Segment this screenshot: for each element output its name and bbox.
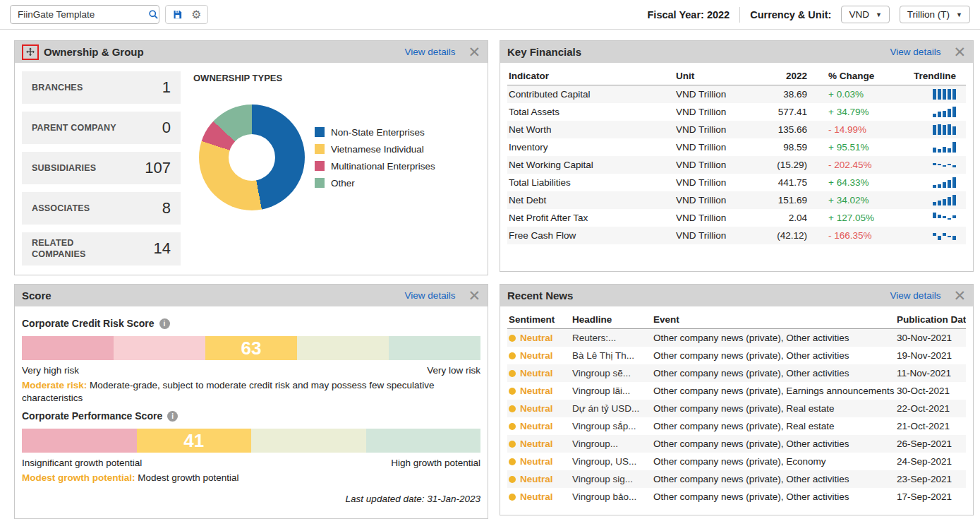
change-cell: - 166.35% — [809, 230, 904, 241]
stat-value: 107 — [145, 159, 171, 177]
score-panel-header: Score View details ✕ — [15, 285, 488, 306]
currency-unit-label: Currency & Unit: — [750, 9, 831, 20]
view-details-link[interactable]: View details — [890, 290, 941, 301]
stat-box: ASSOCIATES 8 — [22, 192, 181, 225]
trendline-chart — [904, 124, 966, 136]
score-section-title: Corporate Performance Score — [22, 410, 162, 422]
sentiment-cell: Neutral — [507, 386, 571, 396]
search-icon[interactable] — [148, 9, 159, 20]
column-header: Indicator — [507, 71, 674, 81]
column-header: Headline — [571, 314, 652, 325]
save-icon[interactable] — [172, 9, 183, 20]
value-cell: 2.04 — [765, 213, 809, 223]
headline-cell[interactable]: Dự án tỷ USD... — [571, 403, 652, 414]
legend-label: Non-State Enterprises — [331, 127, 425, 138]
headline-cell[interactable]: Vingroup bảo... — [571, 491, 652, 502]
column-header: Trendline — [904, 71, 966, 81]
headline-cell[interactable]: Reuters:... — [571, 333, 652, 343]
financial-row: Inventory VND Trillion 98.59 + 95.51% — [507, 138, 966, 156]
info-icon[interactable]: i — [167, 411, 178, 422]
close-icon[interactable]: ✕ — [468, 288, 480, 303]
headline-cell[interactable]: Vingroup sắp... — [571, 421, 652, 431]
headline-cell[interactable]: Bà Lê Thị Th... — [571, 350, 652, 361]
close-icon[interactable]: ✕ — [953, 44, 966, 59]
unit-cell: VND Trillion — [674, 107, 765, 117]
currency-dropdown[interactable]: VND▼ — [841, 6, 889, 23]
publication-date-cell: 23-Sep-2021 — [895, 474, 966, 484]
close-icon[interactable]: ✕ — [953, 288, 966, 303]
score-section: Corporate Credit Risk Score i 63 Very hi… — [22, 318, 480, 405]
event-cell: Other company news (private), Real estat… — [652, 403, 895, 414]
score-section: Corporate Performance Score i 41 Insigni… — [22, 410, 480, 484]
financial-row: Total Liabilities VND Trillion 441.75 + … — [507, 174, 966, 191]
publication-date-cell: 17-Sep-2021 — [895, 491, 966, 502]
event-cell: Other company news (private), Other acti… — [652, 474, 895, 484]
stat-box: SUBSIDIARIES 107 — [22, 152, 181, 184]
score-panel: Score View details ✕ Corporate Credit Ri… — [14, 284, 488, 519]
dashboard-grid: Ownership & Group View details ✕ BRANCHE… — [0, 30, 980, 519]
info-icon[interactable]: i — [159, 318, 170, 329]
sentiment-cell: Neutral — [507, 333, 571, 343]
template-search-box[interactable] — [10, 5, 159, 24]
indicator-cell: Total Liabilities — [507, 177, 674, 188]
view-details-link[interactable]: View details — [405, 290, 456, 301]
trendline-bars — [933, 177, 956, 189]
score-bar-segment — [114, 336, 205, 360]
gear-icon[interactable]: ⚙ — [191, 9, 201, 20]
stat-label: RELATED COMPANIES — [32, 237, 116, 261]
score-scale-left: Very high risk — [22, 365, 79, 376]
financials-table: Indicator Unit 2022 % Change Trendline C… — [500, 63, 973, 244]
event-cell: Other company news (private), Other acti… — [652, 491, 895, 502]
headline-cell[interactable]: Vingroup lãi... — [571, 386, 652, 396]
indicator-cell: Net Working Capital — [507, 160, 674, 170]
sentiment-dot-icon — [509, 370, 516, 377]
financial-row: Net Debt VND Trillion 151.69 + 34.02% — [507, 191, 966, 209]
trendline-chart — [904, 177, 966, 189]
stat-value: 0 — [162, 119, 171, 137]
sentiment-dot-icon — [509, 388, 516, 395]
change-cell: + 95.51% — [809, 142, 904, 153]
change-cell: - 202.45% — [809, 160, 904, 170]
publication-date-cell: 19-Nov-2021 — [895, 350, 966, 361]
divider — [739, 7, 740, 23]
move-icon[interactable] — [25, 47, 35, 57]
trendline-chart — [904, 106, 966, 119]
unit-cell: VND Trillion — [674, 177, 765, 188]
legend-swatch — [315, 127, 325, 137]
sentiment-dot-icon — [509, 405, 516, 412]
legend-swatch — [315, 178, 325, 188]
unit-cell: VND Trillion — [674, 195, 765, 205]
sentiment-cell: Neutral — [507, 456, 571, 467]
score-note-text: Modest growth potential — [138, 472, 238, 483]
financial-row: Net Working Capital VND Trillion (15.29)… — [507, 156, 966, 174]
change-cell: - 14.99% — [809, 124, 904, 135]
event-cell: Other company news (private), Other acti… — [652, 333, 895, 343]
unit-dropdown[interactable]: Trillion (T)▼ — [900, 6, 970, 23]
event-cell: Other company news (private), Earnings a… — [652, 386, 895, 396]
news-row: Neutral Dự án tỷ USD... Other company ne… — [507, 400, 966, 417]
close-icon[interactable]: ✕ — [468, 44, 480, 59]
view-details-link[interactable]: View details — [405, 47, 456, 57]
financials-panel-header: Key Financials View details ✕ — [500, 41, 973, 63]
financial-row: Net Worth VND Trillion 135.66 - 14.99% — [507, 121, 966, 138]
headline-cell[interactable]: Vingroup, US... — [571, 456, 652, 467]
sentiment-dot-icon — [509, 458, 516, 465]
trendline-bars — [933, 194, 956, 207]
column-header: % Change — [809, 71, 904, 81]
headline-cell[interactable]: Vingroup... — [571, 439, 652, 449]
score-bar-segment — [22, 336, 114, 360]
column-header: 2022 — [765, 71, 809, 81]
headline-cell[interactable]: Vingroup sẽ... — [571, 368, 652, 378]
view-details-link[interactable]: View details — [890, 47, 941, 57]
panel-title: Ownership & Group — [44, 46, 144, 58]
search-input[interactable] — [16, 8, 144, 20]
value-cell: 98.59 — [765, 142, 809, 153]
value-cell: (42.12) — [765, 230, 809, 241]
panel-title: Recent News — [507, 290, 573, 302]
news-header-row: Sentiment Headline Event Publication Dat… — [507, 311, 966, 329]
value-cell: 441.75 — [765, 177, 809, 188]
headline-cell[interactable]: Vingroup sig... — [571, 474, 652, 484]
score-bar-segment — [297, 336, 389, 360]
event-cell: Other company news (private), Real estat… — [652, 421, 895, 431]
unit-cell: VND Trillion — [674, 230, 765, 241]
